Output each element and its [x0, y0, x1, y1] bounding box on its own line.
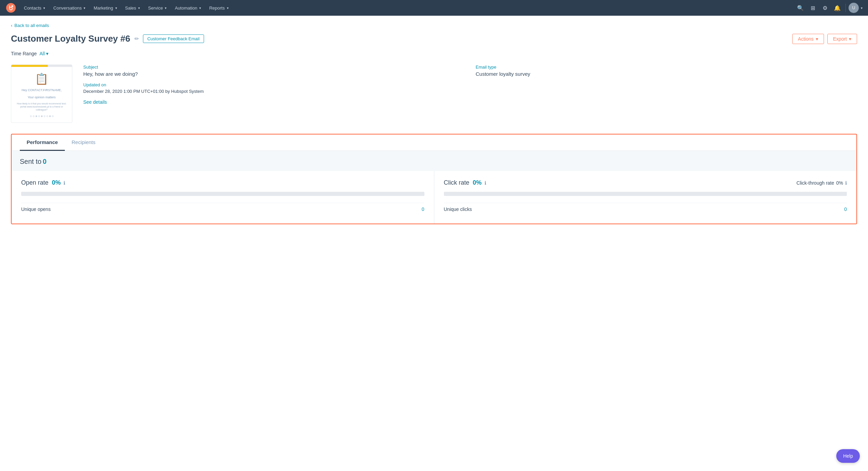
page-header: Customer Loyalty Survey #6 ✏ Customer Fe… — [11, 33, 857, 44]
see-details-link[interactable]: See details — [83, 99, 465, 105]
preview-tagline: Your opinion matters — [28, 95, 56, 100]
click-rate-card: Click rate 0% ℹ Click-through rate 0% ℹ … — [434, 171, 857, 224]
top-navigation: Contacts ▾ Conversations ▾ Marketing ▾ S… — [0, 0, 868, 16]
tab-recipients[interactable]: Recipients — [65, 134, 102, 151]
header-actions: Actions ▾ Export ▾ — [792, 34, 857, 44]
chevron-down-icon: ▾ — [165, 6, 167, 10]
nav-contacts[interactable]: Contacts ▾ — [20, 3, 48, 13]
open-rate-card: Open rate 0% ℹ Unique opens 0 — [12, 171, 434, 224]
chevron-down-icon[interactable]: ▾ — [861, 6, 863, 10]
preview-body: 📋 Hey CONTACT.FIRSTNAME, Your opinion ma… — [11, 67, 72, 123]
ctr-label-group: Click-through rate 0% ℹ — [796, 180, 847, 186]
export-button[interactable]: Export ▾ — [827, 34, 857, 44]
sent-to-count: 0 — [43, 158, 46, 165]
preview-rating-dots — [30, 115, 54, 117]
metrics-row: Open rate 0% ℹ Unique opens 0 Click rate… — [12, 171, 856, 224]
edit-icon[interactable]: ✏ — [134, 35, 139, 42]
tab-performance[interactable]: Performance — [20, 134, 65, 151]
unique-clicks-value: 0 — [844, 206, 847, 212]
avatar[interactable]: U — [849, 3, 859, 13]
help-button[interactable]: Help — [836, 449, 860, 463]
page-title: Customer Loyalty Survey #6 — [11, 33, 130, 44]
chevron-down-icon: ▾ — [46, 51, 48, 56]
chevron-down-icon: ▾ — [138, 6, 140, 10]
page-content: ‹ Back to all emails Customer Loyalty Su… — [0, 16, 868, 471]
ctr-info-icon[interactable]: ℹ — [845, 180, 847, 186]
email-info-section: 📋 Hey CONTACT.FIRSTNAME, Your opinion ma… — [11, 65, 857, 123]
nav-divider — [845, 4, 846, 12]
unique-opens-value: 0 — [422, 206, 424, 212]
email-type-badge: Customer Feedback Email — [143, 34, 204, 43]
updated-value: December 28, 2020 1:00 PM UTC+01:00 by H… — [83, 89, 465, 94]
nav-marketing[interactable]: Marketing ▾ — [90, 3, 120, 13]
chevron-down-icon: ▾ — [43, 6, 45, 10]
updated-group: Updated on December 28, 2020 1:00 PM UTC… — [83, 82, 465, 94]
sent-to-row: Sent to 0 — [12, 151, 856, 171]
unique-opens-label: Unique opens — [21, 206, 50, 212]
marketplace-icon[interactable]: ⊞ — [807, 2, 818, 13]
email-type-group: Email type Customer loyalty survey — [476, 65, 857, 77]
email-type-value: Customer loyalty survey — [476, 71, 857, 77]
click-rate-info-icon[interactable]: ℹ — [484, 180, 486, 186]
email-preview-thumbnail: 📋 Hey CONTACT.FIRSTNAME, Your opinion ma… — [11, 65, 72, 123]
click-rate-bar — [444, 192, 847, 196]
open-rate-value: 0% — [52, 179, 61, 186]
email-preview-icon: 📋 — [35, 72, 48, 85]
time-range-row: Time Range All ▾ — [11, 51, 857, 56]
time-range-select[interactable]: All ▾ — [40, 51, 49, 56]
notifications-icon[interactable]: 🔔 — [832, 2, 843, 13]
open-rate-header: Open rate 0% ℹ — [21, 179, 424, 186]
chevron-down-icon: ▾ — [84, 6, 85, 10]
chevron-left-icon: ‹ — [11, 23, 12, 28]
unique-clicks-label: Unique clicks — [444, 206, 472, 212]
updated-label: Updated on — [83, 82, 465, 87]
click-rate-title: Click rate — [444, 179, 469, 186]
preview-greeting: Hey CONTACT.FIRSTNAME, — [21, 88, 61, 92]
header-left: Customer Loyalty Survey #6 ✏ Customer Fe… — [11, 33, 204, 44]
subject-value: Hey, how are we doing? — [83, 71, 465, 77]
nav-reports[interactable]: Reports ▾ — [206, 3, 232, 13]
nav-sales[interactable]: Sales ▾ — [122, 3, 144, 13]
tabs-row: Performance Recipients — [12, 134, 856, 151]
click-rate-header: Click rate 0% ℹ Click-through rate 0% ℹ — [444, 179, 847, 186]
subject-label: Subject — [83, 65, 465, 70]
performance-section: Performance Recipients Sent to 0 Open ra… — [11, 134, 857, 224]
nav-conversations[interactable]: Conversations ▾ — [50, 3, 89, 13]
nav-service[interactable]: Service ▾ — [145, 3, 170, 13]
email-meta: Subject Hey, how are we doing? Updated o… — [83, 65, 465, 105]
nav-automation[interactable]: Automation ▾ — [171, 3, 204, 13]
chevron-down-icon: ▾ — [115, 6, 117, 10]
hubspot-logo[interactable] — [5, 2, 16, 13]
time-range-label: Time Range — [11, 51, 37, 56]
subject-group: Subject Hey, how are we doing? — [83, 65, 465, 77]
actions-button[interactable]: Actions ▾ — [792, 34, 824, 44]
unique-clicks-row: Unique clicks 0 — [444, 203, 847, 215]
sent-to-label: Sent to — [20, 158, 41, 165]
open-rate-title: Open rate — [21, 179, 48, 186]
preview-body-text: How likely is it that you would recommen… — [17, 102, 67, 111]
back-link[interactable]: ‹ Back to all emails — [11, 23, 49, 28]
open-rate-bar — [21, 192, 424, 196]
click-rate-value: 0% — [473, 179, 482, 186]
chevron-down-icon: ▾ — [199, 6, 201, 10]
svg-point-0 — [6, 3, 16, 13]
chevron-down-icon: ▾ — [227, 6, 229, 10]
open-rate-info-icon[interactable]: ℹ — [63, 180, 65, 186]
search-icon[interactable]: 🔍 — [795, 2, 806, 13]
unique-opens-row: Unique opens 0 — [21, 203, 424, 215]
chevron-down-icon: ▾ — [849, 36, 851, 42]
email-type-label: Email type — [476, 65, 857, 70]
chevron-down-icon: ▾ — [816, 36, 818, 42]
svg-point-1 — [12, 5, 13, 7]
settings-icon[interactable]: ⚙ — [820, 2, 830, 13]
